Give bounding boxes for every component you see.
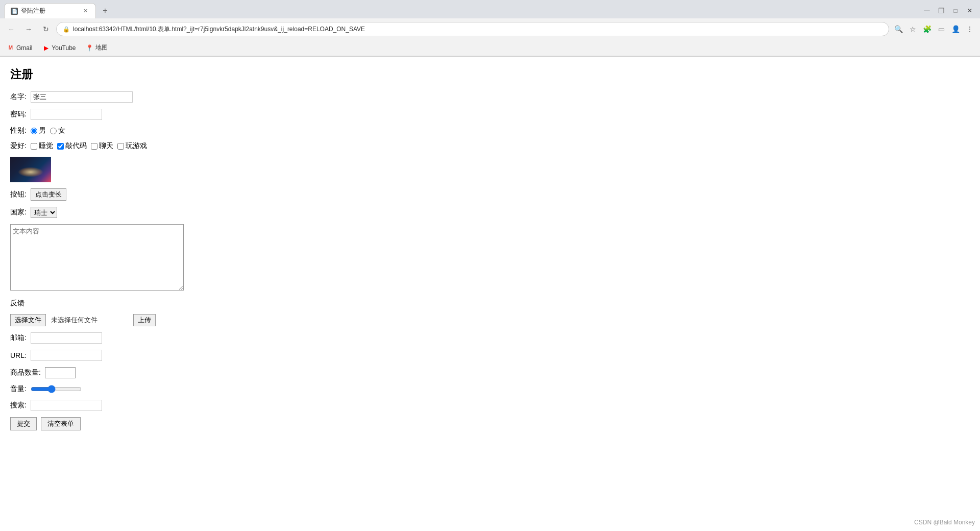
search-input[interactable] (31, 400, 102, 411)
hobby-code-label: 敲代码 (65, 141, 87, 151)
password-label: 密码: (10, 110, 27, 119)
bookmark-youtube-label: YouTube (52, 44, 76, 52)
bookmark-gmail-label: Gmail (16, 44, 32, 52)
hobby-label: 爱好: (10, 141, 27, 151)
volume-label: 音量: (10, 384, 27, 394)
extension-button[interactable]: 🧩 (921, 23, 933, 35)
forward-button[interactable]: → (21, 22, 36, 36)
hobby-sleep-checkbox[interactable] (31, 143, 37, 150)
feedback-row: 反馈 (10, 297, 970, 308)
back-button[interactable]: ← (4, 22, 18, 36)
gender-female-label: 女 (58, 126, 65, 135)
file-section: 选择文件 未选择任何文件 上传 (10, 314, 970, 326)
gmail-icon: M (7, 44, 14, 52)
gender-label: 性别: (10, 126, 27, 135)
sidebar-button[interactable]: ▭ (935, 23, 947, 35)
maps-icon: 📍 (86, 44, 93, 52)
volume-slider[interactable] (31, 385, 82, 393)
close-button[interactable]: ✕ (964, 5, 976, 17)
restore-button[interactable]: ❐ (935, 5, 947, 17)
gender-male-option[interactable]: 男 (31, 126, 46, 135)
password-row: 密码: (10, 109, 970, 120)
tab-close-button[interactable]: ✕ (81, 7, 89, 15)
file-select-button[interactable]: 选择文件 (10, 314, 46, 326)
email-label: 邮箱: (10, 333, 27, 343)
menu-button[interactable]: ⋮ (964, 23, 976, 35)
hobby-sleep-label: 睡觉 (39, 141, 53, 151)
bookmark-youtube[interactable]: ▶ YouTube (39, 43, 79, 53)
button-label: 按钮: (10, 190, 27, 199)
hobby-chat-label: 聊天 (99, 141, 113, 151)
feedback-label: 反馈 (10, 299, 24, 308)
url-actions: 🔍 ☆ 🧩 ▭ 👤 ⋮ (892, 23, 976, 35)
hobby-games-label: 玩游戏 (126, 141, 147, 151)
page-title: 注册 (10, 67, 970, 82)
tab-title: 登陆注册 (21, 7, 78, 15)
gender-male-label: 男 (39, 126, 46, 135)
quantity-label: 商品数量: (10, 368, 41, 377)
youtube-icon: ▶ (42, 44, 50, 52)
url-text: localhost:63342/HTML/html/10.表单.html?_ij… (73, 25, 883, 34)
bookmark-maps[interactable]: 📍 地图 (83, 42, 111, 53)
hobby-row: 爱好: 睡觉 敲代码 聊天 玩游戏 (10, 141, 970, 151)
hobby-code-checkbox[interactable] (57, 143, 64, 150)
page-content: 注册 名字: 密码: 性别: 男 女 爱好: 睡觉 (0, 57, 980, 447)
url-label: URL: (10, 351, 27, 359)
upload-button[interactable]: 上传 (133, 314, 156, 326)
gender-female-radio[interactable] (50, 128, 57, 134)
hobby-chat-option[interactable]: 聊天 (91, 141, 113, 151)
action-row: 提交 清空表单 (10, 417, 970, 430)
quantity-row: 商品数量: (10, 367, 970, 378)
search-label: 搜索: (10, 401, 27, 410)
new-tab-button[interactable]: + (98, 4, 112, 18)
hobby-games-option[interactable]: 玩游戏 (117, 141, 147, 151)
hobby-checkbox-group: 睡觉 敲代码 聊天 玩游戏 (31, 141, 147, 151)
button-row: 按钮: 点击变长 (10, 188, 970, 201)
tab-favicon: 📄 (11, 8, 18, 15)
maximize-button[interactable]: □ (949, 5, 962, 17)
bookmarks-bar: M Gmail ▶ YouTube 📍 地图 (0, 40, 980, 56)
image-section (10, 157, 970, 182)
active-tab[interactable]: 📄 登陆注册 ✕ (4, 3, 96, 18)
file-no-file-text: 未选择任何文件 (51, 316, 97, 325)
url-row: URL: (10, 350, 970, 361)
bookmark-button[interactable]: ☆ (906, 23, 919, 35)
name-label: 名字: (10, 92, 27, 102)
name-row: 名字: (10, 91, 970, 103)
preview-image (10, 157, 51, 182)
gender-female-option[interactable]: 女 (50, 126, 65, 135)
address-bar: ← → ↻ 🔒 localhost:63342/HTML/html/10.表单.… (0, 18, 980, 40)
reset-button[interactable]: 清空表单 (41, 417, 81, 430)
change-button[interactable]: 点击变长 (31, 188, 66, 201)
bookmark-gmail[interactable]: M Gmail (4, 43, 35, 53)
email-row: 邮箱: (10, 332, 970, 344)
volume-row: 音量: (10, 384, 970, 394)
email-input[interactable] (31, 332, 102, 344)
hobby-games-checkbox[interactable] (117, 143, 124, 150)
reload-button[interactable]: ↻ (39, 22, 53, 36)
password-input[interactable] (31, 109, 102, 120)
hobby-chat-checkbox[interactable] (91, 143, 97, 150)
country-row: 国家: 瑞士 中国 美国 日本 英国 (10, 207, 970, 218)
url-input[interactable] (31, 350, 102, 361)
url-bar[interactable]: 🔒 localhost:63342/HTML/html/10.表单.html?_… (56, 22, 889, 36)
search-row: 搜索: (10, 400, 970, 411)
feedback-textarea[interactable] (10, 224, 184, 291)
zoom-button[interactable]: 🔍 (892, 23, 904, 35)
minimize-button[interactable]: ─ (921, 5, 933, 17)
bookmark-maps-label: 地图 (95, 43, 108, 52)
submit-button[interactable]: 提交 (10, 417, 37, 430)
tab-bar: 📄 登陆注册 ✕ + ─ ❐ □ ✕ (0, 0, 980, 18)
gender-male-radio[interactable] (31, 128, 37, 134)
profile-button[interactable]: 👤 (949, 23, 962, 35)
url-security-icon: 🔒 (63, 26, 70, 33)
hobby-sleep-option[interactable]: 睡觉 (31, 141, 53, 151)
hobby-code-option[interactable]: 敲代码 (57, 141, 87, 151)
gender-radio-group: 男 女 (31, 126, 65, 135)
country-select[interactable]: 瑞士 中国 美国 日本 英国 (31, 207, 57, 218)
browser-chrome: 📄 登陆注册 ✕ + ─ ❐ □ ✕ ← → ↻ 🔒 localhost:633… (0, 0, 980, 57)
quantity-input[interactable] (45, 367, 76, 378)
window-controls: ─ ❐ □ ✕ (921, 5, 976, 17)
name-input[interactable] (31, 91, 133, 103)
textarea-row (10, 224, 970, 291)
